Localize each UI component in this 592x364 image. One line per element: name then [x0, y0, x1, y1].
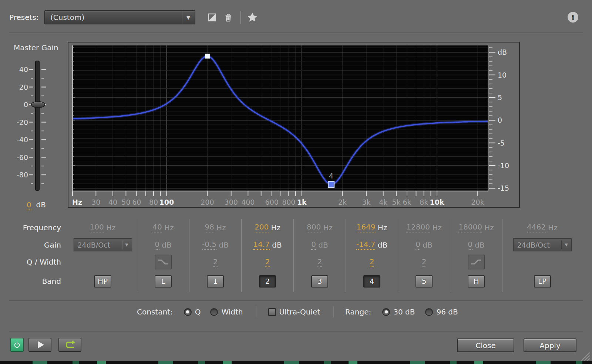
svg-text:5k: 5k [392, 198, 401, 206]
band-h-toggle-cell: H [450, 271, 502, 292]
constant-width-radio[interactable] [210, 308, 218, 316]
band-5-frequency[interactable]: 12800 Hz [398, 219, 450, 236]
master-gain-label: Master Gain [14, 43, 58, 52]
band-3-q-width[interactable]: 2 [294, 254, 346, 271]
band-lp-toggle-cell: LP [502, 271, 582, 292]
band-2-toggle[interactable]: 2 [259, 275, 276, 288]
band-3-toggle[interactable]: 3 [311, 275, 328, 288]
range-label: Range: [345, 307, 371, 316]
star-icon[interactable] [246, 11, 259, 24]
master-gain-value[interactable]: 0 dB [27, 200, 46, 209]
eq-plot-area[interactable]: 4 [72, 45, 488, 191]
band-1-toggle[interactable]: 1 [207, 275, 224, 288]
master-gain-tick--60: -60 [10, 153, 28, 161]
loop-playback-button[interactable] [58, 338, 81, 352]
ultra-quiet-label: Ultra-Quiet [279, 307, 320, 316]
range-30db-radio[interactable] [382, 308, 390, 316]
band-h-q-width [450, 254, 502, 271]
band-lp-gain: 24dB/Oct▼ [502, 236, 582, 254]
band-l-shelf-shape-button[interactable] [155, 255, 172, 269]
band-l-gain[interactable]: 0 dB [137, 236, 189, 254]
play-button[interactable] [28, 338, 51, 352]
constant-q-radio[interactable] [184, 308, 192, 316]
master-gain-value-number[interactable]: 0 [27, 200, 31, 210]
effect-power-toggle[interactable] [10, 338, 24, 352]
apply-button[interactable]: Apply [524, 339, 576, 352]
resize-grip[interactable] [577, 348, 591, 361]
constant-q-label: Q [195, 307, 201, 316]
band-hp-toggle[interactable]: HP [94, 275, 111, 288]
eq-table-row-labels: FrequencyGainQ / WidthBand [0, 219, 68, 292]
svg-text:5: 5 [498, 93, 502, 102]
band-3-gain[interactable]: 0 dB [294, 236, 346, 254]
svg-text:6k: 6k [403, 198, 411, 206]
band-lp-frequency[interactable]: 4462 Hz [502, 219, 582, 236]
band-1-toggle-cell: 1 [189, 271, 241, 292]
band-4-toggle[interactable]: 4 [363, 275, 380, 288]
play-icon [38, 341, 44, 348]
band-l-q-width [137, 254, 189, 271]
band-hp-frequency[interactable]: 100 Hz [68, 219, 137, 236]
band-hp-gain: 24dB/Oct▼ [68, 236, 137, 254]
svg-text:3k: 3k [362, 198, 370, 206]
separator-options-top [9, 300, 583, 301]
band-column-3: 800 Hz0 dB23 [294, 219, 346, 292]
band-4-frequency[interactable]: 1649 Hz [346, 219, 398, 236]
band-1-frequency[interactable]: 98 Hz [189, 219, 241, 236]
band-lp-slope-dropdown[interactable]: 24dB/Oct▼ [513, 238, 572, 251]
band-5-gain[interactable]: 0 dB [398, 236, 450, 254]
band-hp-slope-dropdown[interactable]: 24dB/Oct▼ [74, 238, 132, 251]
range-30db-label: 30 dB [393, 307, 415, 316]
band-4-gain[interactable]: -14.7 dB [346, 236, 398, 254]
band-1-gain[interactable]: -0.5 dB [189, 236, 241, 254]
svg-text:30: 30 [91, 198, 100, 206]
row-label-q-width: Q / Width [0, 254, 68, 271]
svg-text:2k: 2k [338, 198, 347, 206]
band-column-hp: 100 Hz24dB/Oct▼HP [68, 219, 137, 292]
master-gain-tick-40: 40 [10, 65, 28, 74]
band-h-gain[interactable]: 0 dB [450, 236, 502, 254]
options-row: Constant: Q Width Ultra-Quiet Range: 30 … [137, 303, 458, 321]
range-96db-radio[interactable] [425, 308, 433, 316]
master-gain-tick--80: -80 [10, 171, 28, 179]
band-h-shelf-shape-button[interactable] [468, 255, 485, 269]
eq-band-table: FrequencyGainQ / WidthBand100 Hz24dB/Oct… [0, 219, 582, 292]
svg-text:4: 4 [329, 172, 333, 180]
ultra-quiet-checkbox[interactable] [268, 308, 276, 316]
band-lp-q-width [502, 254, 582, 271]
band-5-toggle[interactable]: 5 [416, 275, 433, 288]
band-column-h: 18000 Hz0 dBH [450, 219, 502, 292]
save-preset-icon[interactable] [206, 11, 218, 24]
band-column-4: 1649 Hz-14.7 dB24 [346, 219, 398, 292]
svg-text:50: 50 [121, 198, 130, 206]
row-label-gain: Gain [0, 236, 68, 254]
svg-text:80: 80 [149, 198, 158, 206]
band-h-frequency[interactable]: 18000 Hz [450, 219, 502, 236]
band-3-frequency[interactable]: 800 Hz [294, 219, 346, 236]
band-h-toggle[interactable]: H [468, 275, 485, 288]
master-gain-slider-handle[interactable] [31, 101, 45, 108]
band-l-toggle-cell: L [137, 271, 189, 292]
band-2-gain[interactable]: 14.7 dB [242, 236, 293, 254]
band-2-toggle-cell: 2 [242, 271, 293, 292]
band-1-q-width[interactable]: 2 [189, 254, 241, 271]
svg-text:10: 10 [498, 71, 507, 79]
band-l-frequency[interactable]: 40 Hz [137, 219, 189, 236]
close-button[interactable]: Close [457, 339, 514, 352]
info-icon[interactable]: i [568, 12, 578, 23]
band-4-q-width[interactable]: 2 [346, 254, 398, 271]
svg-text:20k: 20k [471, 198, 484, 206]
presets-dropdown[interactable]: (Custom) ▼ [44, 10, 195, 24]
trash-icon[interactable] [222, 11, 235, 24]
band-column-2: 200 Hz14.7 dB22 [242, 219, 294, 292]
svg-text:600: 600 [265, 198, 279, 206]
band-lp-toggle[interactable]: LP [534, 275, 551, 288]
svg-text:100: 100 [159, 198, 174, 206]
band-2-q-width[interactable]: 2 [242, 254, 293, 271]
band-2-frequency[interactable]: 200 Hz [242, 219, 293, 236]
band-5-q-width[interactable]: 2 [398, 254, 450, 271]
constant-width-label: Width [221, 307, 243, 316]
band-l-toggle[interactable]: L [155, 275, 172, 288]
master-gain-value-unit: dB [34, 200, 46, 209]
svg-text:4k: 4k [379, 198, 387, 206]
